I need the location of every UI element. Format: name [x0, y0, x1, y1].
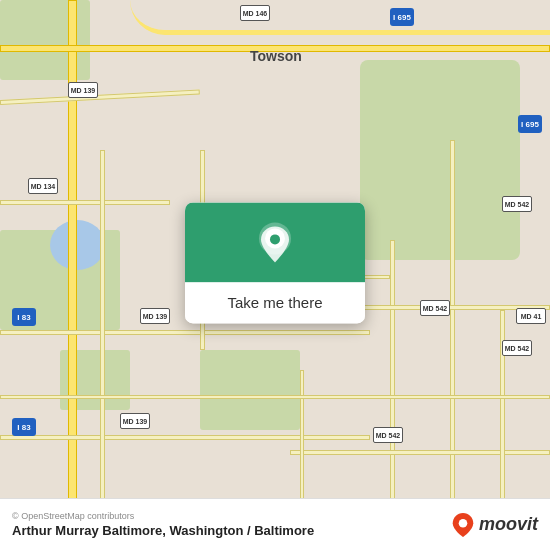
badge-md542-1: MD 542 — [502, 196, 532, 212]
take-me-there-button[interactable]: Take me there — [185, 282, 365, 323]
road-h5 — [0, 395, 550, 399]
popup-pin-icon — [253, 220, 297, 264]
badge-i83-1: I 83 — [12, 308, 36, 326]
city-label-towson: Towson — [250, 48, 302, 64]
badge-i695-right: I 695 — [518, 115, 542, 133]
road-md542-v2 — [390, 240, 395, 520]
green-area-4 — [200, 350, 300, 430]
svg-point-2 — [270, 234, 280, 244]
bottom-bar: © OpenStreetMap contributors Arthur Murr… — [0, 498, 550, 550]
road-v1 — [100, 150, 105, 530]
badge-md139-3: MD 139 — [120, 413, 150, 429]
moovit-pin-icon — [451, 513, 475, 537]
highway-695-arc — [130, 0, 550, 35]
moovit-logo: moovit — [451, 513, 538, 537]
badge-md139-1: MD 139 — [68, 82, 98, 98]
badge-i83-2: I 83 — [12, 418, 36, 436]
location-title: Arthur Murray Baltimore, Washington / Ba… — [12, 523, 314, 538]
badge-md41: MD 41 — [516, 308, 546, 324]
attribution-text: © OpenStreetMap contributors — [12, 511, 314, 521]
bottom-info: © OpenStreetMap contributors Arthur Murr… — [12, 511, 314, 538]
badge-md146: MD 146 — [240, 5, 270, 21]
badge-md139-2: MD 139 — [140, 308, 170, 324]
road-md542-h2 — [290, 450, 550, 455]
svg-point-3 — [459, 519, 468, 528]
badge-md542-4: MD 542 — [373, 427, 403, 443]
road-v3 — [300, 370, 304, 500]
road-md134 — [0, 200, 170, 205]
popup-green-header — [185, 202, 365, 282]
popup-card: Take me there — [185, 202, 365, 323]
badge-md542-3: MD 542 — [502, 340, 532, 356]
badge-i695-top: I 695 — [390, 8, 414, 26]
moovit-brand-text: moovit — [479, 514, 538, 535]
water-area — [50, 220, 105, 270]
green-area-1 — [360, 60, 520, 260]
road-md139-3 — [0, 435, 370, 440]
road-md139-2 — [0, 330, 370, 335]
map-container: Towson I 695 I 695 I 83 I 83 MD 146 MD 1… — [0, 0, 550, 550]
badge-md134: MD 134 — [28, 178, 58, 194]
badge-md542-2: MD 542 — [420, 300, 450, 316]
